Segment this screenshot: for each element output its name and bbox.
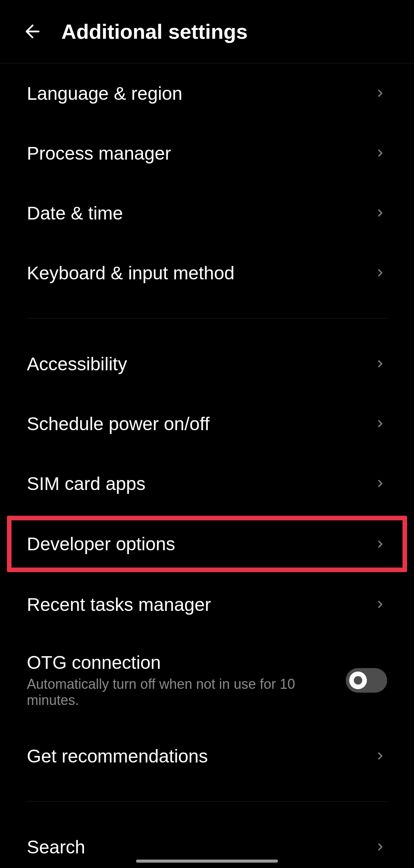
row-label: Search <box>27 837 85 858</box>
highlighted-row: Developer options <box>7 516 407 572</box>
row-label: Schedule power on/off <box>27 413 210 434</box>
row-label: Process manager <box>27 143 171 164</box>
chevron-right-icon <box>373 86 387 100</box>
row-get-recommendations[interactable]: Get recommendations <box>0 726 414 786</box>
row-schedule-power[interactable]: Schedule power on/off <box>0 394 414 454</box>
chevron-right-icon <box>373 357 387 371</box>
otg-toggle[interactable] <box>346 668 387 693</box>
row-label: SIM card apps <box>27 473 145 494</box>
chevron-right-icon <box>373 206 387 220</box>
chevron-right-icon <box>373 597 387 611</box>
row-label: Developer options <box>27 533 175 554</box>
back-button[interactable] <box>19 18 46 45</box>
row-label: Keyboard & input method <box>27 262 235 284</box>
home-indicator[interactable] <box>136 860 278 863</box>
back-arrow-icon <box>22 21 43 42</box>
section-divider <box>27 318 387 318</box>
chevron-right-icon <box>373 840 387 854</box>
row-language-region[interactable]: Language & region <box>0 63 414 123</box>
row-label: Accessibility <box>27 353 127 375</box>
row-process-manager[interactable]: Process manager <box>0 123 414 183</box>
row-date-time[interactable]: Date & time <box>0 183 414 243</box>
row-label: Date & time <box>27 203 123 224</box>
chevron-right-icon <box>373 266 387 280</box>
row-label: Get recommendations <box>27 746 208 767</box>
section-divider <box>27 801 387 802</box>
row-sublabel: Automatically turn off when not in use f… <box>27 676 346 708</box>
row-keyboard-input[interactable]: Keyboard & input method <box>0 243 414 303</box>
row-label: Recent tasks manager <box>27 594 211 615</box>
chevron-right-icon <box>373 477 387 490</box>
row-recent-tasks[interactable]: Recent tasks manager <box>0 574 414 634</box>
chevron-right-icon <box>373 537 387 551</box>
settings-list: Language & region Process manager Date &… <box>0 63 414 868</box>
row-otg-connection[interactable]: OTG connection Automatically turn off wh… <box>0 634 414 726</box>
row-developer-options[interactable]: Developer options <box>12 520 402 568</box>
row-accessibility[interactable]: Accessibility <box>0 334 414 394</box>
chevron-right-icon <box>373 749 387 763</box>
chevron-right-icon <box>373 417 387 431</box>
row-sim-card-apps[interactable]: SIM card apps <box>0 454 414 513</box>
row-label: OTG connection <box>27 652 346 673</box>
row-label: Language & region <box>27 83 182 104</box>
chevron-right-icon <box>373 146 387 160</box>
header: Additional settings <box>0 0 414 63</box>
page-title: Additional settings <box>61 20 248 43</box>
toggle-knob <box>349 672 367 689</box>
